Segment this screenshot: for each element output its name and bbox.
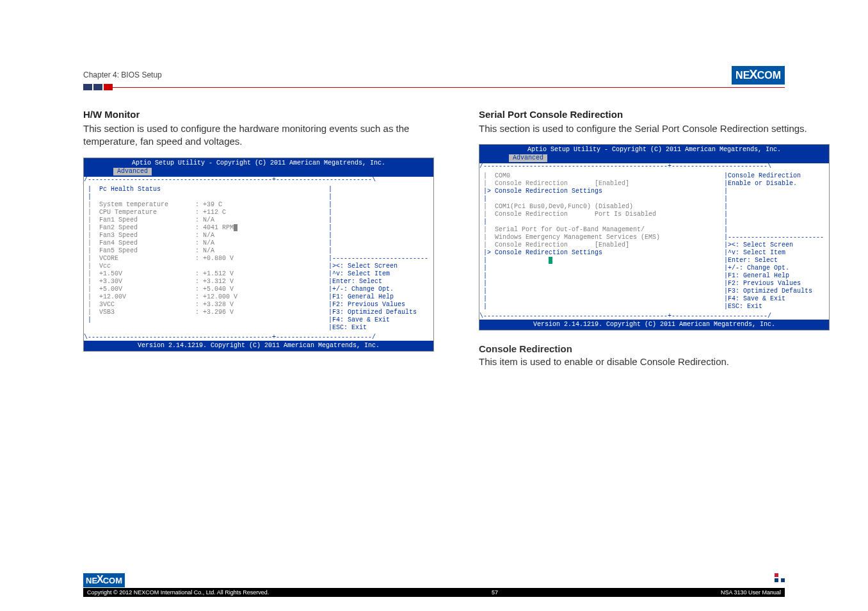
- help-line: |Enter: Select: [724, 257, 825, 265]
- logo-x: X: [749, 67, 757, 82]
- help-line: |ESC: Exit: [724, 303, 825, 311]
- footer-page: 57: [492, 589, 498, 596]
- bios-footer: Version 2.14.1219. Copyright (C) 2011 Am…: [84, 341, 433, 351]
- console-redirection-title: Console Redirection: [479, 343, 830, 354]
- bios-header-row: | Pc Health Status: [88, 186, 321, 193]
- bios-row: | +5.00V: +5.040 V: [88, 286, 321, 293]
- footer-logo: NEXCOM: [83, 573, 785, 587]
- hw-monitor-title: H/W Monitor: [83, 109, 434, 120]
- bios-separator: /---------------------------------------…: [479, 163, 829, 170]
- bios-left-panel: | Pc Health Status | | System temperatur…: [84, 183, 325, 334]
- bios-row: | Serial Port for Out-of-Band Management…: [483, 226, 716, 234]
- help-line: |F3: Optimized Defaults: [328, 309, 430, 316]
- hw-monitor-desc: This section is used to configure the ha…: [83, 122, 434, 149]
- console-redirection-desc: This item is used to enable or disable C…: [479, 355, 830, 368]
- help-line: |F4: Save & Exit: [724, 295, 825, 303]
- logo-post: COM: [757, 70, 781, 81]
- bios-row: | VSB3: +3.296 V: [88, 309, 321, 316]
- header-decoration: [83, 83, 785, 91]
- help-line: |><: Select Screen: [724, 241, 825, 249]
- bios-row: | +12.00V: +12.000 V: [88, 293, 321, 301]
- serial-desc: This section is used to configure the Se…: [479, 122, 830, 135]
- bios-row: | Console Redirection Port Is Disabled: [483, 211, 716, 218]
- bios-titlebar: Aptio Setup Utility - Copyright (C) 2011…: [84, 158, 433, 177]
- bios-separator: \---------------------------------------…: [84, 334, 433, 341]
- bios-row: |> Console Redirection Settings: [483, 249, 716, 257]
- bios-separator: /---------------------------------------…: [84, 177, 433, 183]
- help-top-line: |Enable or Disable.: [724, 180, 825, 188]
- bios-row: | Vcc: [88, 263, 321, 270]
- help-line: |+/-: Change Opt.: [328, 286, 430, 293]
- bios-row: | +3.30V: +3.312 V: [88, 278, 321, 286]
- bios-left-panel: | COM0 | Console Redirection [Enabled] |…: [479, 170, 720, 313]
- footer-manual: NSA 3130 User Manual: [721, 589, 781, 596]
- help-line: |F4: Save & Exit: [328, 316, 430, 324]
- bios-row: | COM0: [483, 172, 716, 180]
- bios-row: | Fan5 Speed: N/A: [88, 247, 321, 255]
- left-column: H/W Monitor This section is used to conf…: [83, 109, 434, 378]
- bios-titlebar: Aptio Setup Utility - Copyright (C) 2011…: [479, 145, 829, 163]
- bios-row: |> Console Redirection Settings: [483, 188, 716, 195]
- help-line: |><: Select Screen: [328, 263, 430, 270]
- bios-row: | VCORE: +0.880 V: [88, 255, 321, 263]
- help-line: |^v: Select Item: [724, 249, 825, 257]
- footer-copyright: Copyright © 2012 NEXCOM International Co…: [87, 589, 269, 596]
- help-line: |ESC: Exit: [328, 324, 430, 332]
- bios-row: | Windows Emergency Management Services …: [483, 234, 716, 241]
- bios-row: | Fan2 Speed: 4041 RPM_: [88, 224, 321, 232]
- bios-row: | +1.50V: +1.512 V: [88, 270, 321, 278]
- bios-screenshot-right: Aptio Setup Utility - Copyright (C) 2011…: [479, 144, 830, 330]
- help-line: |F3: Optimized Defaults: [724, 288, 825, 295]
- help-line: |F1: General Help: [328, 293, 430, 301]
- bios-tab-advanced: Advanced: [113, 168, 152, 175]
- bios-row: | Fan1 Speed: N/A: [88, 216, 321, 224]
- help-top-line: |Console Redirection: [724, 172, 825, 180]
- bios-topline: Aptio Setup Utility - Copyright (C) 2011…: [88, 159, 430, 167]
- logo-pre: NE: [735, 70, 750, 81]
- help-line: |F2: Previous Values: [724, 280, 825, 288]
- bios-help-panel: |Console Redirection |Enable or Disable.…: [720, 170, 829, 313]
- bios-row: | Fan4 Speed: N/A: [88, 240, 321, 247]
- bios-row: | System temperature: +39 C: [88, 201, 321, 209]
- bios-topline: Aptio Setup Utility - Copyright (C) 2011…: [483, 146, 825, 154]
- header-logo: NEXCOM: [732, 66, 785, 85]
- bios-row: | 3VCC: +3.328 V: [88, 301, 321, 309]
- help-line: |^v: Select Item: [328, 270, 430, 278]
- bios-row: | CPU Temperature: +112 C: [88, 209, 321, 216]
- help-line: |Enter: Select: [328, 278, 430, 286]
- bios-row: | Fan3 Speed: N/A: [88, 232, 321, 240]
- bios-row: | Console Redirection [Enabled]: [483, 241, 716, 249]
- chapter-header: Chapter 4: BIOS Setup: [83, 70, 785, 79]
- bios-help-panel: | | | | | | | | | |---------------------…: [325, 183, 433, 334]
- bios-row: | COM1(Pci Bus0,Dev0,Func0) (Disabled): [483, 203, 716, 211]
- help-line: |F2: Previous Values: [328, 301, 430, 309]
- right-column: Serial Port Console Redirection This sec…: [479, 109, 830, 378]
- help-line: |+/-: Change Opt.: [724, 265, 825, 272]
- bios-tab-advanced: Advanced: [509, 154, 547, 162]
- page-footer: NEXCOM Copyright © 2012 NEXCOM Internati…: [83, 573, 785, 597]
- bios-footer: Version 2.14.1219. Copyright (C) 2011 Am…: [479, 320, 829, 330]
- help-line: |F1: General Help: [724, 272, 825, 280]
- bios-row-selected: | Console Redirection [Enabled]: [483, 180, 716, 188]
- serial-title: Serial Port Console Redirection: [479, 109, 830, 120]
- nexcom-logo: NEXCOM: [732, 66, 785, 85]
- bios-screenshot-left: Aptio Setup Utility - Copyright (C) 2011…: [83, 158, 434, 352]
- bios-separator: \---------------------------------------…: [479, 313, 829, 320]
